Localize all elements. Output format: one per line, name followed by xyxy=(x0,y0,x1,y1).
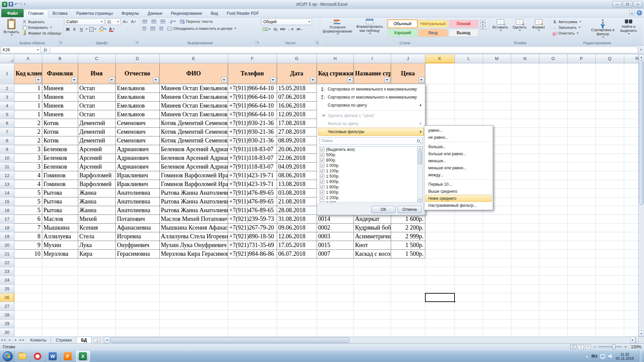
gallery-scrollbar[interactable]: ▲▼▼ xyxy=(480,20,486,29)
first-sheet-icon[interactable]: ◄◄ xyxy=(0,337,6,343)
cell-E18[interactable]: Мышкина Ксения Афанасиевна xyxy=(159,223,228,232)
cell-P4[interactable] xyxy=(567,101,595,110)
cell-I25[interactable] xyxy=(354,284,391,293)
row-header-29[interactable]: 29 xyxy=(0,319,14,328)
cell-C13[interactable]: Варфоломей xyxy=(78,180,115,188)
cell-B23[interactable] xyxy=(42,267,78,276)
cell-F14[interactable]: +7(911)476-89-65 xyxy=(228,188,277,197)
align-top-icon[interactable] xyxy=(141,18,148,24)
cell-D18[interactable]: Афанасиевна xyxy=(115,223,159,232)
cell-N13[interactable] xyxy=(511,180,539,188)
zoom-out-icon[interactable]: − xyxy=(593,345,597,349)
menu-item-сортировка-по-цвету[interactable]: Сортировка по цвету xyxy=(318,101,424,109)
cell-A23[interactable] xyxy=(14,267,42,276)
row-header-17[interactable]: 17 xyxy=(0,215,14,223)
cell-N4[interactable] xyxy=(511,101,539,110)
cell-C24[interactable] xyxy=(78,276,115,284)
cell-O1[interactable] xyxy=(539,63,567,84)
align-left-icon[interactable] xyxy=(141,25,147,32)
cell-Q20[interactable] xyxy=(595,241,624,249)
cell-M29[interactable] xyxy=(483,319,511,328)
cell-D19[interactable]: Игоревна xyxy=(115,232,159,241)
cell-E10[interactable]: Беленков Арсений Адрианович xyxy=(159,154,228,162)
cell-Q27[interactable] xyxy=(595,302,624,310)
cell-F7[interactable]: +7(911)930-21-36 xyxy=(228,127,277,136)
cell-B28[interactable] xyxy=(42,310,78,319)
cell-O19[interactable] xyxy=(539,232,567,241)
cell-E14[interactable]: Рытова Жанна Анатолиевна xyxy=(159,188,228,197)
cell-E2[interactable]: Минеев Остап Емельянов xyxy=(159,84,228,93)
cell-G28[interactable] xyxy=(277,310,317,319)
cell-H24[interactable] xyxy=(317,276,354,284)
insert-cells-button[interactable]: +Вставить xyxy=(491,18,510,31)
cell-B19[interactable]: Аллилуева xyxy=(42,232,78,241)
cell-F15[interactable]: +7(911)476-89-65 xyxy=(228,197,277,206)
cell-J22[interactable] xyxy=(391,258,425,267)
cell-Q9[interactable] xyxy=(595,145,624,154)
underline-button[interactable]: Ч xyxy=(78,26,84,32)
cell-E7[interactable]: Котик Дементий Семенович xyxy=(159,127,228,136)
cell-B15[interactable]: Рытова xyxy=(42,197,78,206)
row-header-12[interactable]: 12 xyxy=(0,171,14,180)
cell-B9[interactable]: Беленков xyxy=(42,145,78,154)
cell-C6[interactable]: Дементий xyxy=(78,119,115,127)
cell-D5[interactable]: Емельянов xyxy=(115,110,159,119)
cell-D22[interactable] xyxy=(115,258,159,267)
cell-F20[interactable]: +7(921)731-35-69 xyxy=(228,241,277,249)
cell-B3[interactable]: Минеев xyxy=(42,93,78,101)
cell-M22[interactable] xyxy=(483,258,511,267)
cell-C3[interactable]: Остап xyxy=(78,93,115,101)
cell-D21[interactable]: Герасимовна xyxy=(115,249,159,258)
tab-split-handle[interactable] xyxy=(636,337,638,343)
cell-B27[interactable] xyxy=(42,302,78,310)
cell-C19[interactable]: Стела xyxy=(78,232,115,241)
cell-J27[interactable] xyxy=(391,302,425,310)
decrease-decimal-icon[interactable]: .00→ xyxy=(295,26,305,32)
cell-F13[interactable]: +7(911)423-19-71 xyxy=(228,180,277,188)
selected-cell-K26[interactable] xyxy=(425,293,455,302)
restore-button[interactable] xyxy=(623,1,632,7)
cell-G6[interactable]: 17.08.2018 xyxy=(277,119,317,127)
filter-button-B[interactable] xyxy=(71,77,77,83)
cell-F24[interactable] xyxy=(228,276,277,284)
filter-value-option[interactable]: ✓2 200р. xyxy=(320,195,417,200)
cell-F6[interactable]: +7(911)930-21-36 xyxy=(228,119,277,127)
checkbox-checked-icon[interactable]: ✓ xyxy=(320,153,324,157)
cell-I23[interactable] xyxy=(354,267,391,276)
cell-A21[interactable]: 10 xyxy=(14,249,42,258)
filter-button-J[interactable] xyxy=(419,77,424,83)
cell-H28[interactable] xyxy=(317,310,354,319)
cell-A7[interactable]: 2 xyxy=(14,127,42,136)
column-header-M[interactable]: M xyxy=(483,54,511,63)
cell-E29[interactable] xyxy=(159,319,228,328)
checkbox-checked-icon[interactable]: ✓ xyxy=(320,185,324,189)
taskbar-opera-button[interactable] xyxy=(31,351,45,362)
menu-item-ниже-среднего[interactable]: Ниже среднего xyxy=(425,195,492,202)
checkbox-checked-icon[interactable]: ✓ xyxy=(320,147,324,152)
cell-B1[interactable]: Фамилия xyxy=(42,63,78,84)
cell-C12[interactable]: Варфоломей xyxy=(78,171,115,180)
row-header-28[interactable]: 28 xyxy=(0,310,14,319)
cell-Q4[interactable] xyxy=(595,101,624,110)
cell-K19[interactable] xyxy=(425,232,454,241)
taskbar-clock[interactable]: 11:32 01.11.2018 xyxy=(616,352,634,360)
cell-O3[interactable] xyxy=(539,93,567,101)
cell-N15[interactable] xyxy=(511,197,539,206)
cell-J23[interactable] xyxy=(391,267,425,276)
comma-style-button[interactable]: 000 xyxy=(279,26,286,32)
cell-L22[interactable] xyxy=(454,258,483,267)
cell-C21[interactable]: Кира xyxy=(78,249,115,258)
cell-O4[interactable] xyxy=(539,101,567,110)
cell-L30[interactable] xyxy=(454,328,483,337)
cell-E4[interactable]: Минеев Остап Емельянов xyxy=(159,101,228,110)
cell-N18[interactable] xyxy=(511,223,539,232)
minimize-ribbon-icon[interactable]: ▲ xyxy=(629,10,635,15)
cell-I28[interactable] xyxy=(354,310,391,319)
font-size-combo[interactable]: 11 xyxy=(105,18,121,25)
taskbar-explorer-button[interactable] xyxy=(15,351,30,362)
cell-B13[interactable]: Гоминов xyxy=(42,180,78,188)
cell-O17[interactable] xyxy=(539,215,567,223)
cell-C1[interactable]: Имя xyxy=(78,63,115,84)
increase-decimal-icon[interactable]: ←.0 xyxy=(287,26,294,32)
cell-style-Хороший[interactable]: Хороший xyxy=(388,29,417,37)
